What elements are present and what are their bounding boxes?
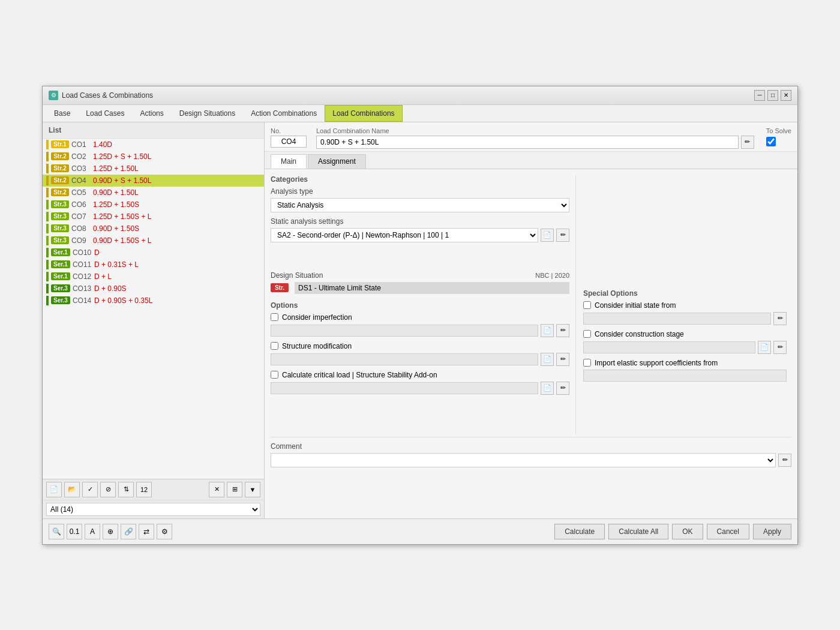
right-bottom-spacer	[583, 386, 791, 434]
construction-checkbox[interactable]	[583, 330, 591, 338]
list-item[interactable]: Str.2CO21.25D + S + 1.50L	[43, 151, 264, 163]
construction-edit-btn[interactable]: ✏	[773, 341, 787, 354]
list-item[interactable]: Str.2CO31.25D + 1.50L	[43, 163, 264, 175]
numeric-icon-btn[interactable]: 0.1	[67, 524, 82, 539]
more-button[interactable]: ▼	[245, 482, 260, 497]
initial-state-checkbox[interactable]	[583, 301, 591, 309]
list-item-id: CO4	[71, 176, 91, 185]
bottom-icons: 🔍 0.1 A ⊕ 🔗 ⇄ ⚙	[49, 524, 172, 539]
analysis-type-select[interactable]: Static Analysis	[271, 198, 569, 212]
settings-icon-btn[interactable]: ⚙	[157, 524, 172, 539]
list-item[interactable]: Ser.1CO12D + L	[43, 271, 264, 283]
to-solve-checkbox[interactable]	[766, 137, 776, 146]
list-item-tag: Str.2	[51, 152, 69, 160]
tab-main[interactable]: Main	[271, 154, 307, 169]
expand-button[interactable]: ⊞	[227, 482, 242, 497]
text-icon-btn[interactable]: A	[85, 524, 100, 539]
list-item-tag: Str.2	[51, 176, 69, 184]
comment-edit-btn[interactable]: ✏	[778, 454, 791, 467]
critical-load-checkbox[interactable]	[271, 371, 278, 379]
list-item[interactable]: Ser.3CO14D + 0.90S + 0.35L	[43, 295, 264, 307]
calculate-button[interactable]: Calculate	[554, 524, 605, 539]
structure-mod-checkbox[interactable]	[271, 342, 278, 350]
right-panel: No. CO4 Load Combination Name ✏ To Solve	[265, 122, 797, 518]
menu-design-situations[interactable]: Design Situations	[172, 105, 243, 122]
elastic-checkbox[interactable]	[583, 359, 591, 367]
list-item[interactable]: Ser.1CO11D + 0.31S + L	[43, 259, 264, 271]
maximize-button[interactable]: □	[767, 90, 778, 101]
uncheck-button[interactable]: ⊘	[100, 482, 116, 497]
list-item[interactable]: Str.2CO50.90D + 1.50L	[43, 187, 264, 199]
filter-icon-btn[interactable]: ⊕	[103, 524, 118, 539]
new-list-button[interactable]: 📄	[46, 482, 62, 497]
delete-button[interactable]: ✕	[209, 482, 224, 497]
cancel-button[interactable]: Cancel	[707, 524, 749, 539]
special-options-section: Special Options Consider initial state f…	[583, 289, 791, 434]
structure-mod-edit-btn[interactable]: ✏	[556, 353, 569, 366]
settings-new-button[interactable]: 📄	[541, 229, 554, 242]
analysis-type-label: Analysis type	[271, 187, 569, 196]
menu-load-combinations[interactable]: Load Combinations	[325, 105, 402, 122]
list-item[interactable]: Str.3CO90.90D + 1.50S + L	[43, 235, 264, 247]
imperfection-checkbox[interactable]	[271, 313, 278, 321]
menu-action-combinations[interactable]: Action Combinations	[243, 105, 325, 122]
list-item[interactable]: Str.3CO71.25D + 1.50S + L	[43, 211, 264, 223]
menu-actions[interactable]: Actions	[132, 105, 171, 122]
list-item[interactable]: Ser.1CO10D	[43, 247, 264, 259]
check-button[interactable]: ✓	[82, 482, 98, 497]
initial-state-input-row: ✏	[583, 312, 791, 325]
calculate-all-button[interactable]: Calculate All	[608, 524, 668, 539]
number-button[interactable]: 12	[136, 482, 152, 497]
settings-edit-button[interactable]: ✏	[556, 229, 569, 242]
menu-load-cases[interactable]: Load Cases	[78, 105, 132, 122]
comment-row: ✏	[271, 453, 791, 467]
spacer1	[271, 247, 569, 271]
list-item[interactable]: Str.3CO61.25D + 1.50S	[43, 199, 264, 211]
link-icon-btn[interactable]: 🔗	[121, 524, 136, 539]
right-top-spacer	[583, 175, 791, 283]
list-item[interactable]: Ser.3CO13D + 0.90S	[43, 283, 264, 295]
menu-base[interactable]: Base	[46, 105, 78, 122]
filter-select[interactable]: All (14)	[46, 503, 260, 516]
critical-load-input-row: 📄 ✏	[271, 382, 569, 395]
structure-mod-new-btn[interactable]: 📄	[541, 353, 554, 366]
list-item[interactable]: Str.2CO40.90D + S + 1.50L	[43, 175, 264, 187]
search-icon-btn[interactable]: 🔍	[49, 524, 64, 539]
critical-load-input	[271, 382, 538, 394]
list-item[interactable]: Str.3CO80.90D + 1.50S	[43, 223, 264, 235]
tab-assignment[interactable]: Assignment	[308, 154, 366, 169]
edit-name-button[interactable]: ✏	[741, 136, 754, 149]
imperfection-edit-btn[interactable]: ✏	[556, 324, 569, 337]
tab-content-main: Categories Analysis type Static Analysis…	[265, 169, 797, 518]
list-item-id: CO10	[73, 248, 92, 257]
structure-mod-row: Structure modification	[271, 342, 569, 350]
construction-new-btn[interactable]: 📄	[758, 341, 771, 354]
list-item-id: CO2	[71, 152, 91, 161]
list-item-formula: 0.90D + 1.50S	[93, 224, 139, 233]
sort2-icon-btn[interactable]: ⇄	[139, 524, 154, 539]
close-button[interactable]: ✕	[781, 90, 791, 101]
sort-button[interactable]: ⇅	[118, 482, 134, 497]
ok-button[interactable]: OK	[672, 524, 703, 539]
list-item[interactable]: Str.1CO11.40D	[43, 139, 264, 151]
list-item-tag: Ser.1	[51, 248, 70, 256]
apply-button[interactable]: Apply	[753, 524, 791, 539]
list-item-formula: D + 0.90S	[94, 284, 127, 293]
list-item-formula: D + 0.90S + 0.35L	[94, 296, 152, 305]
special-options-label: Special Options	[583, 289, 791, 298]
structure-mod-label: Structure modification	[282, 342, 352, 350]
critical-load-edit-btn[interactable]: ✏	[556, 382, 569, 395]
open-list-button[interactable]: 📂	[64, 482, 80, 497]
initial-state-edit-btn[interactable]: ✏	[773, 312, 787, 325]
imperfection-new-btn[interactable]: 📄	[541, 324, 554, 337]
critical-load-new-btn[interactable]: 📄	[541, 382, 554, 395]
comment-input[interactable]	[271, 453, 776, 467]
combo-name-input[interactable]	[316, 136, 739, 149]
col-right: Special Options Consider initial state f…	[575, 175, 791, 434]
settings-select[interactable]: SA2 - Second-order (P-Δ) | Newton-Raphso…	[271, 228, 538, 242]
no-section: No. CO4	[271, 127, 307, 148]
minimize-button[interactable]: ─	[754, 90, 765, 101]
comment-section: Comment ✏	[271, 437, 791, 467]
critical-load-label: Calculate critical load | Structure Stab…	[282, 371, 437, 379]
initial-state-row: Consider initial state from	[583, 301, 791, 310]
